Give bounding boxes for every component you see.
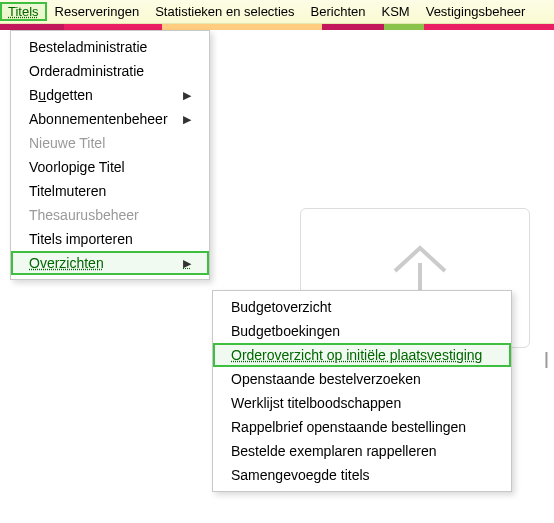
menubar-item-vestigingsbeheer[interactable]: Vestigingsbeheer: [418, 2, 534, 21]
submenu-rappelbrief[interactable]: Rappelbrief openstaande bestellingen: [213, 415, 511, 439]
menu-label: Budgetten: [29, 87, 93, 103]
submenu-openstaande-bestelverzoeken[interactable]: Openstaande bestelverzoeken: [213, 367, 511, 391]
chevron-right-icon: ▶: [183, 257, 191, 270]
menubar-item-ksm[interactable]: KSM: [374, 2, 418, 21]
menu-label: Budgetoverzicht: [231, 299, 331, 315]
menu-label: Overzichten: [29, 255, 104, 271]
colorbar-segment: [384, 24, 424, 30]
submenu-samengevoegde-titels[interactable]: Samengevoegde titels: [213, 463, 511, 487]
menu-overzichten[interactable]: Overzichten ▶: [11, 251, 209, 275]
menu-label: Nieuwe Titel: [29, 135, 105, 151]
menu-voorlopige-titel[interactable]: Voorlopige Titel: [11, 155, 209, 179]
submenu-overzichten: Budgetoverzicht Budgetboekingen Orderove…: [212, 290, 512, 492]
menu-label: Openstaande bestelverzoeken: [231, 371, 421, 387]
menubar-item-titels[interactable]: Titels: [0, 2, 47, 21]
menu-orderadministratie[interactable]: Orderadministratie: [11, 59, 209, 83]
menu-label: Budgetboekingen: [231, 323, 340, 339]
menu-budgetten[interactable]: Budgetten ▶: [11, 83, 209, 107]
bg-char: l: [544, 348, 549, 374]
menubar-item-statistieken[interactable]: Statistieken en selecties: [147, 2, 302, 21]
menubar-item-berichten[interactable]: Berichten: [303, 2, 374, 21]
menubar: Titels Reserveringen Statistieken en sel…: [0, 0, 554, 24]
colorbar-segment: [424, 24, 554, 30]
submenu-werklijst-titelboodschappen[interactable]: Werklijst titelboodschappen: [213, 391, 511, 415]
chevron-right-icon: ▶: [183, 113, 191, 126]
menu-titelmuteren[interactable]: Titelmuteren: [11, 179, 209, 203]
menu-nieuwe-titel: Nieuwe Titel: [11, 131, 209, 155]
menubar-item-reserveringen[interactable]: Reserveringen: [47, 2, 148, 21]
menu-label: Rappelbrief openstaande bestellingen: [231, 419, 466, 435]
menu-label: Bestelde exemplaren rappelleren: [231, 443, 436, 459]
submenu-orderoverzicht[interactable]: Orderoverzicht op initiële plaatsvestigi…: [213, 343, 511, 367]
menu-label: Thesaurusbeheer: [29, 207, 139, 223]
menu-label: Orderoverzicht op initiële plaatsvestigi…: [231, 347, 482, 363]
colorbar-segment: [322, 24, 384, 30]
submenu-bestelde-rappelleren[interactable]: Bestelde exemplaren rappelleren: [213, 439, 511, 463]
submenu-budgetoverzicht[interactable]: Budgetoverzicht: [213, 295, 511, 319]
menu-besteladministratie[interactable]: Besteladministratie: [11, 35, 209, 59]
menu-label: Abonnementenbeheer: [29, 111, 168, 127]
menu-label: Werklijst titelboodschappen: [231, 395, 401, 411]
menu-titels-importeren[interactable]: Titels importeren: [11, 227, 209, 251]
submenu-budgetboekingen[interactable]: Budgetboekingen: [213, 319, 511, 343]
menu-label: Besteladministratie: [29, 39, 147, 55]
menu-label: Voorlopige Titel: [29, 159, 125, 175]
chevron-right-icon: ▶: [183, 89, 191, 102]
menu-label: Samengevoegde titels: [231, 467, 370, 483]
menu-abonnementenbeheer[interactable]: Abonnementenbeheer ▶: [11, 107, 209, 131]
menu-label: Titels importeren: [29, 231, 133, 247]
menu-thesaurusbeheer: Thesaurusbeheer: [11, 203, 209, 227]
menu-label: Orderadministratie: [29, 63, 144, 79]
dropdown-titels: Besteladministratie Orderadministratie B…: [10, 30, 210, 280]
menu-label: Titelmuteren: [29, 183, 106, 199]
